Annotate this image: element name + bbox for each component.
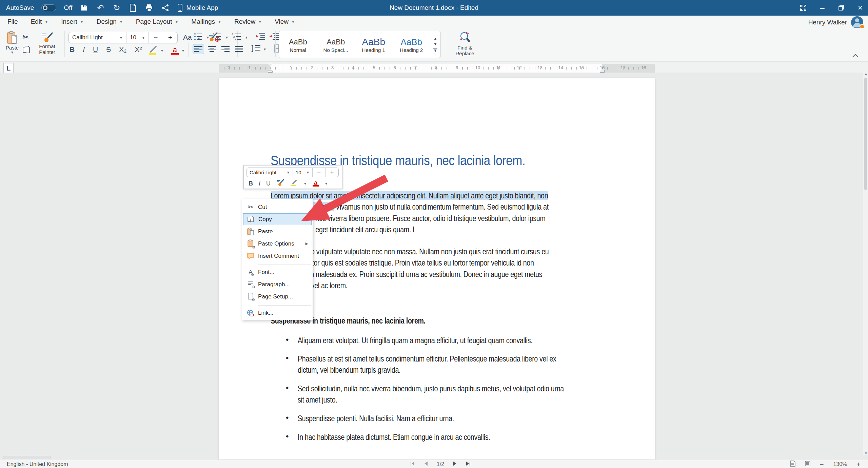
- style-no-spacing[interactable]: AaBb No Spaci...: [317, 36, 355, 53]
- web-layout-view-icon[interactable]: [805, 461, 810, 468]
- vertical-scrollbar[interactable]: ▲ ▼: [863, 73, 868, 455]
- autosave-toggle[interactable]: [41, 4, 56, 11]
- account-button[interactable]: Henry Walker: [808, 16, 863, 28]
- style-normal[interactable]: AaBb Normal: [279, 36, 317, 53]
- language-indicator[interactable]: English - United Kingdom: [7, 461, 68, 467]
- bullet-item-2[interactable]: Phasellus at est sit amet tellus condime…: [298, 354, 556, 364]
- bullet-item-2-line2[interactable]: dictum, vel bibendum turpis gravida.: [298, 365, 400, 375]
- horizontal-scrollbar-thumb[interactable]: [3, 456, 51, 459]
- bullet-item-5[interactable]: In hac habitasse platea dictumst. Etiam …: [298, 432, 490, 442]
- share-icon[interactable]: [161, 3, 170, 12]
- strikethrough-button[interactable]: S: [106, 45, 111, 54]
- mini-bold-button[interactable]: B: [249, 180, 253, 187]
- context-menu-copy[interactable]: Copy: [243, 213, 312, 225]
- bullet-item-3[interactable]: Sed sollicitudin, nulla nec viverra bibe…: [298, 384, 564, 393]
- mini-font-color-button[interactable]: a: [313, 180, 319, 187]
- styles-scroll-down-icon[interactable]: ▼: [433, 42, 437, 46]
- menu-file[interactable]: File: [7, 18, 18, 25]
- line-spacing-button[interactable]: [251, 44, 261, 54]
- menu-edit[interactable]: Edit▼: [31, 18, 48, 25]
- numbered-list-button[interactable]: 123: [213, 33, 222, 42]
- style-heading-2[interactable]: AaBb Heading 2: [393, 36, 431, 53]
- multilevel-list-button[interactable]: 123: [232, 33, 241, 42]
- style-heading-1[interactable]: AaBb Heading 1: [355, 36, 393, 53]
- context-menu-paste-options[interactable]: ⚙ Paste Options ▶: [243, 238, 312, 250]
- zoom-out-button[interactable]: −: [820, 461, 824, 468]
- zoom-in-button[interactable]: +: [856, 461, 861, 468]
- menu-view[interactable]: View▼: [275, 18, 295, 25]
- bullet-item-4[interactable]: Suspendisse potenti. Nulla facilisi. Nam…: [298, 414, 454, 423]
- mini-format-painter-icon[interactable]: [276, 179, 284, 188]
- font-name-select[interactable]: Calibri Light▼: [69, 32, 126, 43]
- superscript-button[interactable]: X²: [135, 45, 142, 54]
- menu-review[interactable]: Review▼: [234, 18, 262, 25]
- styles-scroll-up-icon[interactable]: ▲: [433, 37, 437, 40]
- font-size-select[interactable]: 10▼: [126, 32, 149, 43]
- chevron-down-icon[interactable]: ▼: [206, 36, 210, 39]
- new-document-icon[interactable]: [129, 3, 137, 12]
- undo-icon[interactable]: ↶: [96, 3, 105, 12]
- context-menu-insert-comment[interactable]: Insert Comment: [243, 250, 312, 262]
- context-menu-link[interactable]: Link...: [243, 307, 312, 319]
- bullet-item-1[interactable]: Aliquam erat volutpat. Ut fringilla quam…: [298, 336, 532, 345]
- align-right-button[interactable]: [220, 44, 231, 54]
- context-menu-cut[interactable]: ✂ Cut: [243, 201, 312, 213]
- previous-page-icon[interactable]: [424, 461, 428, 467]
- justify-button[interactable]: [233, 44, 245, 54]
- italic-button[interactable]: I: [83, 45, 85, 54]
- save-icon[interactable]: [80, 3, 88, 12]
- underline-button[interactable]: U: [93, 45, 98, 54]
- subscript-button[interactable]: X₂: [119, 45, 126, 54]
- chevron-down-icon[interactable]: ▼: [303, 182, 307, 186]
- context-menu-page-setup[interactable]: ⚙ Page Setup...: [243, 291, 312, 303]
- scroll-down-icon[interactable]: ▼: [864, 451, 868, 455]
- print-layout-view-icon[interactable]: [790, 461, 795, 468]
- chevron-down-icon[interactable]: ▼: [225, 36, 229, 39]
- bullet-list-button[interactable]: [194, 33, 203, 42]
- menu-mailings[interactable]: Mailings▼: [191, 18, 221, 25]
- scroll-up-icon[interactable]: ▲: [864, 72, 868, 76]
- chevron-down-icon[interactable]: ▼: [181, 49, 185, 53]
- highlight-color-button[interactable]: [147, 45, 158, 56]
- print-icon[interactable]: [145, 3, 154, 12]
- decrease-indent-button[interactable]: [256, 33, 266, 42]
- mini-underline-button[interactable]: U: [266, 180, 271, 187]
- align-left-button[interactable]: [193, 44, 204, 54]
- decrease-font-button[interactable]: −: [149, 32, 163, 43]
- menu-design[interactable]: Design▼: [97, 18, 123, 25]
- copy-icon[interactable]: [22, 45, 31, 56]
- chevron-down-icon[interactable]: ▼: [324, 182, 328, 186]
- scrollbar-thumb[interactable]: [864, 78, 867, 190]
- bold-button[interactable]: B: [70, 45, 75, 54]
- format-painter-button[interactable]: Format Painter: [34, 32, 60, 55]
- chevron-down-icon[interactable]: ▼: [160, 49, 164, 53]
- close-icon[interactable]: ×: [856, 3, 865, 12]
- menu-insert[interactable]: Insert▼: [61, 18, 83, 25]
- context-menu-paragraph[interactable]: ⚙ Paragraph...: [243, 278, 312, 290]
- mini-italic-button[interactable]: I: [259, 180, 260, 187]
- mini-decrease-font-button[interactable]: −: [313, 168, 326, 177]
- chevron-down-icon[interactable]: ▼: [263, 47, 267, 51]
- find-replace-button[interactable]: Find &Replace: [450, 31, 480, 56]
- increase-indent-button[interactable]: [269, 33, 279, 42]
- context-menu-font[interactable]: A⚙ Font...: [243, 266, 312, 278]
- chevron-down-icon[interactable]: ▼: [245, 36, 248, 39]
- mini-font-size-select[interactable]: 10▼: [293, 168, 313, 177]
- first-page-icon[interactable]: [410, 461, 415, 467]
- styles-more-icon[interactable]: ▼: [433, 48, 437, 52]
- last-page-icon[interactable]: [466, 461, 471, 467]
- restore-icon[interactable]: [837, 3, 846, 12]
- align-center-button[interactable]: [206, 44, 218, 54]
- redo-icon[interactable]: ↻: [112, 3, 121, 12]
- menu-page-layout[interactable]: Page Layout▼: [136, 18, 179, 25]
- mini-increase-font-button[interactable]: +: [326, 168, 338, 177]
- paste-button[interactable]: Paste ▼: [3, 31, 21, 54]
- minimize-icon[interactable]: –: [818, 3, 827, 12]
- fullscreen-icon[interactable]: [799, 3, 808, 12]
- tab-selector[interactable]: L: [3, 63, 14, 73]
- next-page-icon[interactable]: [453, 461, 457, 467]
- mini-highlight-button[interactable]: [290, 179, 298, 188]
- context-menu-paste[interactable]: Paste: [243, 226, 312, 237]
- mini-font-name-select[interactable]: Calibri Light▼: [247, 168, 293, 177]
- font-color-button[interactable]: a: [171, 47, 179, 55]
